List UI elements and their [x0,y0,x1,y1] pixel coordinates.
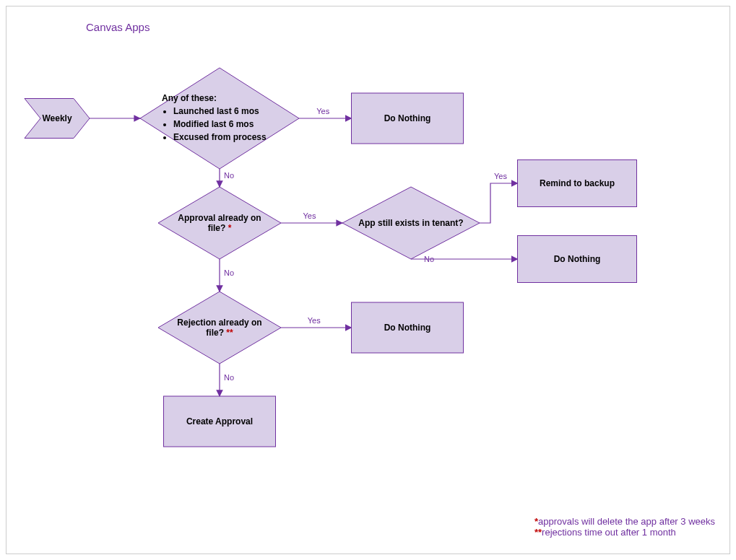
d3-label: App still exists in tenant? [358,218,463,228]
d1-bullet-3: Excused from process [173,131,267,144]
svg-text:No: No [224,268,234,277]
decision-recent-activity: Any of these: Launched last 6 mos Modifi… [140,68,299,169]
decision-app-exists: App still exists in tenant? [342,187,480,259]
d4-label: Rejection already on file? [177,318,261,338]
svg-text:Yes: Yes [494,172,507,180]
r4-label: Do Nothing [384,323,431,333]
svg-text:No: No [224,171,234,180]
r1-label: Do Nothing [384,113,431,123]
process-remind-backup: Remind to backup [518,160,637,207]
svg-text:Yes: Yes [303,211,316,220]
footnotes: *approvals will delete the app after 3 w… [534,516,715,538]
decision-approval-on-file: Approval already on file? * [158,187,281,259]
d1-bullet-2: Modified last 6 mos [173,118,267,131]
r3-label: Do Nothing [554,254,601,264]
d1-bullet-1: Launched last 6 mos [173,105,267,118]
d2-label: Approval already on file? [178,213,261,233]
d1-heading: Any of these: [162,93,217,103]
footnote-1-text: approvals will delete the app after 3 we… [538,516,715,527]
process-do-nothing-1: Do Nothing [352,93,464,144]
footnote-2-ast: ** [534,527,542,538]
footnote-1: *approvals will delete the app after 3 w… [534,516,715,527]
asterisk-double-icon: ** [226,328,233,338]
start-label: Weekly [42,113,72,123]
start-node: Weekly [25,99,90,139]
process-create-approval: Create Approval [164,396,276,447]
process-do-nothing-2: Do Nothing [518,236,637,283]
decision-rejection-on-file: Rejection already on file? ** [158,292,281,364]
process-do-nothing-3: Do Nothing [352,302,464,353]
asterisk-single-icon: * [228,223,232,233]
flowchart-canvas: Canvas Apps YesNoYesNoYesNoYesNo Weekly … [6,6,730,554]
footnote-2-text: rejections time out after 1 month [542,527,676,538]
svg-text:Yes: Yes [316,107,329,115]
svg-text:Yes: Yes [308,316,321,325]
footnote-2: **rejections time out after 1 month [534,527,715,538]
r2-label: Remind to backup [540,178,615,188]
r5-label: Create Approval [186,416,253,426]
svg-text:No: No [224,373,234,382]
